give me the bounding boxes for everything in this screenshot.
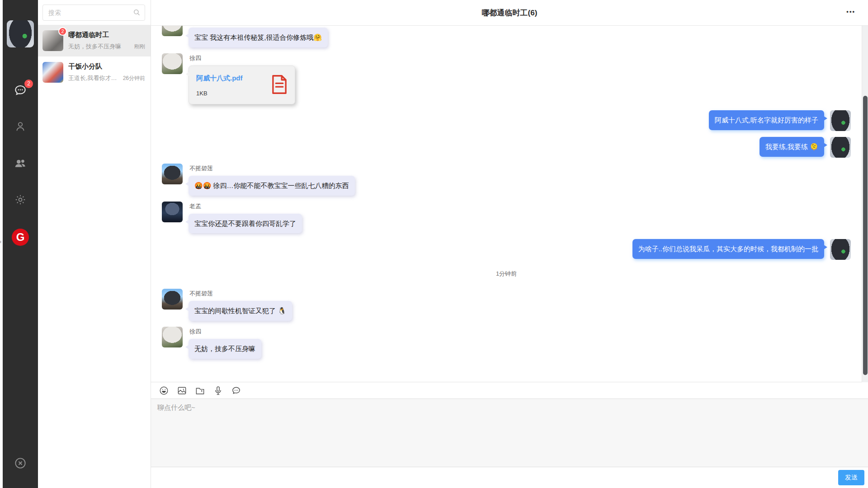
conversation-preview: 王道长,我看你才… <box>68 74 121 82</box>
send-button[interactable]: 发送 <box>838 470 864 485</box>
message-incoming: 不摇碧莲 🤬🤬 徐四…你能不能不教宝宝一些乱七八糟的东西 <box>162 164 851 196</box>
sender-name: 徐四 <box>189 328 261 336</box>
collapse-handle-icon[interactable]: › <box>0 239 1 244</box>
search-icon[interactable] <box>132 8 141 19</box>
scrollbar-thumb[interactable] <box>863 96 868 375</box>
sender-avatar[interactable] <box>162 327 183 347</box>
conversation-title: 哪都通临时工 <box>68 31 145 39</box>
time-divider: 1分钟前 <box>162 270 851 278</box>
sender-avatar[interactable] <box>162 289 183 310</box>
sidebar-rail: 2 <box>3 0 38 488</box>
message-file: 徐四 阿威十八式.pdf 1KB <box>162 53 851 104</box>
more-options-icon[interactable]: ••• <box>846 8 855 15</box>
sender-avatar[interactable] <box>162 164 183 184</box>
conversation-avatar: 2 <box>42 30 63 51</box>
scrollbar-track <box>862 26 868 382</box>
sidebar-item-contacts[interactable] <box>3 120 38 133</box>
pdf-document-icon <box>271 75 288 96</box>
message-incoming: 徐四 无妨，技多不压身嘛 <box>162 327 851 359</box>
sidebar-item-g-logo[interactable]: G <box>3 229 38 246</box>
image-icon[interactable] <box>177 385 187 396</box>
message-bubble[interactable]: 宝宝你还是不要跟着你四哥乱学了 <box>189 214 302 234</box>
message-outgoing: 我要练,我要练 🫠 <box>162 137 851 158</box>
chat-header: 哪都通临时工(6) ••• <box>151 0 868 26</box>
conversation-list: 2 哪都通临时工 无妨，技多不压身嘛 刚刚 <box>38 25 151 88</box>
chat-app-window: › 2 <box>0 0 868 488</box>
conversation-time: 26分钟前 <box>123 75 145 82</box>
folder-icon[interactable] <box>195 385 205 396</box>
message-bubble[interactable]: 无妨，技多不压身嘛 <box>189 339 261 359</box>
microphone-icon[interactable] <box>213 385 223 396</box>
file-size: 1KB <box>196 90 243 97</box>
composer-toolbar <box>151 382 868 399</box>
sender-name: 不摇碧莲 <box>189 164 355 173</box>
message-bubble[interactable]: 宝宝的间歇性机智证又犯了 🐧 <box>189 301 292 321</box>
g-logo-icon: G <box>12 229 29 246</box>
conversation-preview: 无妨，技多不压身嘛 <box>68 42 132 51</box>
message-bubble[interactable]: 宝宝 我这有本祖传秘笈,很适合你修炼哦🤗 <box>189 28 328 47</box>
sender-avatar[interactable] <box>162 26 183 36</box>
message-bubble[interactable]: 阿威十八式,听名字就好厉害的样子 <box>709 110 824 130</box>
message-bubble[interactable]: 我要练,我要练 🫠 <box>760 137 824 157</box>
conversation-list-item[interactable]: 2 哪都通临时工 无妨，技多不压身嘛 刚刚 <box>38 25 151 56</box>
message-list: 宝宝 我这有本祖传秘笈,很适合你修炼哦🤗 徐四 阿威十八式.pdf 1KB <box>151 26 868 382</box>
message-incoming: 老孟 宝宝你还是不要跟着你四哥乱学了 <box>162 202 851 234</box>
sidebar-item-logout[interactable] <box>3 456 38 470</box>
own-avatar[interactable] <box>830 110 851 131</box>
people-group-icon <box>14 156 27 170</box>
conversation-avatar <box>42 62 63 83</box>
message-bubble[interactable]: 为啥子..你们总说我呆瓜，其实大多的时候，我都机制的一批 <box>632 239 824 259</box>
composer: 发送 <box>151 382 868 488</box>
unread-badge: 2 <box>58 27 67 36</box>
close-circle-icon <box>14 456 27 470</box>
chats-unread-badge: 2 <box>24 80 33 88</box>
sidebar-item-groups[interactable] <box>3 156 38 170</box>
file-name: 阿威十八式.pdf <box>196 74 243 83</box>
own-avatar[interactable] <box>830 137 851 158</box>
file-attachment-card[interactable]: 阿威十八式.pdf 1KB <box>189 66 295 104</box>
message-input[interactable] <box>151 399 868 467</box>
chat-list-panel: 2 哪都通临时工 无妨，技多不压身嘛 刚刚 <box>38 0 151 488</box>
sender-name: 不摇碧莲 <box>189 290 292 298</box>
message-incoming: 宝宝 我这有本祖传秘笈,很适合你修炼哦🤗 <box>162 28 851 47</box>
message-outgoing: 阿威十八式,听名字就好厉害的样子 <box>162 110 851 131</box>
sender-name: 老孟 <box>189 202 302 211</box>
sender-avatar[interactable] <box>162 202 183 222</box>
person-icon <box>14 120 27 133</box>
gear-icon <box>14 193 27 206</box>
sender-avatar[interactable] <box>162 53 183 74</box>
conversation-time: 刚刚 <box>134 43 145 51</box>
sidebar-item-chats[interactable]: 2 <box>3 84 38 97</box>
chat-title: 哪都通临时工(6) <box>482 8 538 18</box>
message-bubble[interactable]: 🤬🤬 徐四…你能不能不教宝宝一些乱七八糟的东西 <box>189 176 355 196</box>
current-user-avatar[interactable] <box>7 20 34 47</box>
sidebar-item-settings[interactable] <box>3 193 38 206</box>
conversation-list-item[interactable]: 干饭小分队 王道长,我看你才… 26分钟前 <box>38 56 151 88</box>
message-input-box <box>151 399 868 467</box>
chat-main: 哪都通临时工(6) ••• 宝宝 我这有本祖传秘笈,很适合你修炼哦🤗 <box>151 0 868 488</box>
conversation-title: 干饭小分队 <box>68 62 145 71</box>
own-avatar[interactable] <box>830 239 851 260</box>
search-input[interactable] <box>42 5 145 21</box>
search-row <box>38 0 151 25</box>
message-incoming: 不摇碧莲 宝宝的间歇性机智证又犯了 🐧 <box>162 289 851 321</box>
message-history-icon[interactable] <box>231 385 241 396</box>
emoji-icon[interactable] <box>159 385 169 396</box>
sender-name: 徐四 <box>189 54 295 62</box>
message-outgoing: 为啥子..你们总说我呆瓜，其实大多的时候，我都机制的一批 <box>162 239 851 260</box>
send-row: 发送 <box>151 467 868 488</box>
